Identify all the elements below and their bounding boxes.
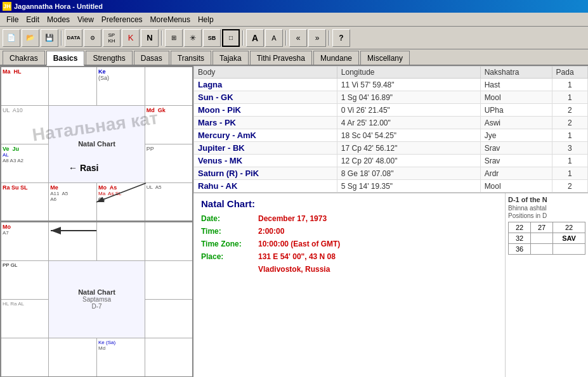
new-button[interactable]: 📄	[3, 29, 20, 47]
longitude-0: 11 Vi 57' 59.48"	[337, 79, 480, 91]
menu-edit[interactable]: Edit	[22, 14, 43, 25]
timezone-label: Time Zone:	[201, 240, 258, 248]
d1-cell-10: 32	[509, 233, 531, 244]
menu-bar: File Edit Modes View Preferences MoreMen…	[0, 13, 588, 27]
bot-r4c3-extra: Md	[98, 345, 143, 351]
tab-miscellany[interactable]: Miscellany	[360, 51, 410, 65]
planet-name-4: Mercury - AmK	[194, 129, 337, 142]
pada-3: 2	[552, 117, 587, 129]
planet-table[interactable]: Body Longitude Nakshatra Pada Lagna 11 V…	[193, 66, 588, 193]
pada-8: 2	[552, 180, 587, 193]
planet-name-6: Venus - MK	[194, 155, 337, 167]
center-bot-label: Natal Chart	[49, 288, 145, 296]
cell-r4c3-extra2: Gk	[98, 196, 143, 202]
sb-button[interactable]: SB	[203, 29, 221, 47]
bot-r1c1-planets: Mo	[3, 224, 47, 230]
col-body: Body	[194, 67, 337, 79]
cell-r4c2-extra2: A6	[50, 196, 95, 202]
pada-7: 1	[552, 167, 587, 180]
menu-view[interactable]: View	[74, 14, 98, 25]
table-row: Jupiter - BK 17 Cp 42' 56.12" Srav 3	[194, 142, 588, 155]
place-label: Place:	[201, 252, 258, 261]
menu-file[interactable]: File	[3, 14, 22, 25]
tab-tithi[interactable]: Tithi Pravesha	[250, 51, 312, 65]
table-row: Venus - MK 12 Cp 20' 48.00" Srav 1	[194, 155, 588, 167]
data-button[interactable]: DATA	[65, 29, 82, 47]
cell-r2c4-planets: Md Gk	[147, 107, 191, 113]
grid-button[interactable]: ⊞	[165, 29, 183, 47]
menu-moremenus[interactable]: MoreMenus	[147, 14, 194, 25]
box-button[interactable]: □	[222, 29, 240, 47]
nakshatra-5: Srav	[480, 142, 552, 155]
tab-basics[interactable]: Basics	[46, 51, 85, 66]
longitude-7: 8 Ge 18' 07.08"	[337, 167, 480, 180]
d1-cell-20: 36	[509, 244, 531, 255]
a-large-button[interactable]: A	[246, 29, 264, 47]
star-button[interactable]: ✳	[184, 29, 202, 47]
planet-name-7: Saturn (R) - PiK	[194, 167, 337, 180]
n-button[interactable]: N	[141, 29, 159, 47]
cell-r1c1-planets: Ma HL	[3, 68, 47, 75]
table-row: Sun - GK 1 Sg 04' 16.89" Mool 1	[194, 91, 588, 104]
cell-r4c1-planets: Ra Su SL	[3, 184, 47, 191]
separator5	[329, 30, 330, 46]
cell-r1c3-planets: Ke	[98, 68, 143, 75]
nakshatra-7: Ardr	[480, 167, 552, 180]
d1-cell-01: 27	[531, 222, 553, 233]
pada-5: 3	[552, 142, 587, 155]
col-pada: Pada	[552, 67, 587, 79]
longitude-1: 1 Sg 04' 16.89"	[337, 91, 480, 104]
timezone-row: Time Zone: 10:00:00 (East of GMT)	[201, 240, 497, 248]
date-row: Date: December 17, 1973	[201, 214, 497, 223]
save-button[interactable]: 💾	[41, 29, 58, 47]
cell-r3c1-extra: AL	[3, 152, 47, 158]
open-button[interactable]: 📂	[22, 29, 39, 47]
tab-bar: Chakras Basics Strengths Dasas Transits …	[0, 49, 588, 66]
time-label: Time:	[201, 227, 258, 236]
longitude-4: 18 Sc 04' 54.25"	[337, 129, 480, 142]
tab-strengths[interactable]: Strengths	[86, 51, 132, 65]
calc-button[interactable]: ⚙	[84, 29, 101, 47]
planet-name-1: Sun - GK	[194, 91, 337, 104]
separator1	[61, 30, 62, 46]
nav-next-button[interactable]: »	[308, 29, 326, 47]
separator2	[161, 30, 162, 46]
natal-chart-title: Natal Chart:	[201, 198, 497, 209]
toolbar: 📄 📂 💾 DATA ⚙ SPKH K N ⊞ ✳ SB □ A A « » ?	[0, 27, 588, 49]
cell-r1c3-extra: (Sa)	[98, 75, 143, 81]
nakshatra-8: Mool	[480, 180, 552, 193]
place-value: 131 E 54' 00", 43 N 08	[258, 252, 336, 261]
nav-prev-button[interactable]: «	[289, 29, 307, 47]
bot-r1c1-extra: A7	[3, 230, 47, 236]
d1-table: 22 27 22 32 SAV 36	[508, 222, 585, 255]
a-small-button[interactable]: A	[265, 29, 283, 47]
d1-subtitle: Bhinna ashtal	[508, 205, 585, 212]
longitude-2: 0 Vi 26' 21.45"	[337, 104, 480, 117]
col-nakshatra: Nakshatra	[480, 67, 552, 79]
spkh-button[interactable]: SPKH	[103, 29, 121, 47]
d1-cell-02: 22	[553, 222, 585, 233]
menu-preferences[interactable]: Preferences	[98, 14, 147, 25]
nakshatra-0: Hast	[480, 79, 552, 91]
cell-r2c1-ul: UL A10	[3, 107, 47, 113]
tab-tajaka[interactable]: Tajaka	[212, 51, 249, 65]
cell-r3c1-planets: Ve Ju	[3, 146, 47, 152]
tab-mundane[interactable]: Mundane	[313, 51, 359, 65]
bot-r4c3: Ke (Sa)	[98, 340, 143, 345]
col-longitude: Longitude	[337, 67, 480, 79]
k-button[interactable]: K	[122, 29, 140, 47]
separator3	[242, 30, 244, 46]
date-label: Date:	[201, 214, 258, 223]
pada-6: 1	[552, 155, 587, 167]
nakshatra-2: UPha	[480, 104, 552, 117]
menu-help[interactable]: Help	[194, 14, 218, 25]
table-row: Lagna 11 Vi 57' 59.48" Hast 1	[194, 79, 588, 91]
place-row: Place: 131 E 54' 00", 43 N 08	[201, 252, 497, 261]
menu-modes[interactable]: Modes	[43, 14, 74, 25]
nakshatra-4: Jye	[480, 129, 552, 142]
app-icon: JH	[3, 2, 11, 11]
help-button[interactable]: ?	[332, 29, 350, 47]
tab-transits[interactable]: Transits	[171, 51, 211, 65]
tab-chakras[interactable]: Chakras	[3, 51, 45, 65]
tab-dasas[interactable]: Dasas	[134, 51, 169, 65]
